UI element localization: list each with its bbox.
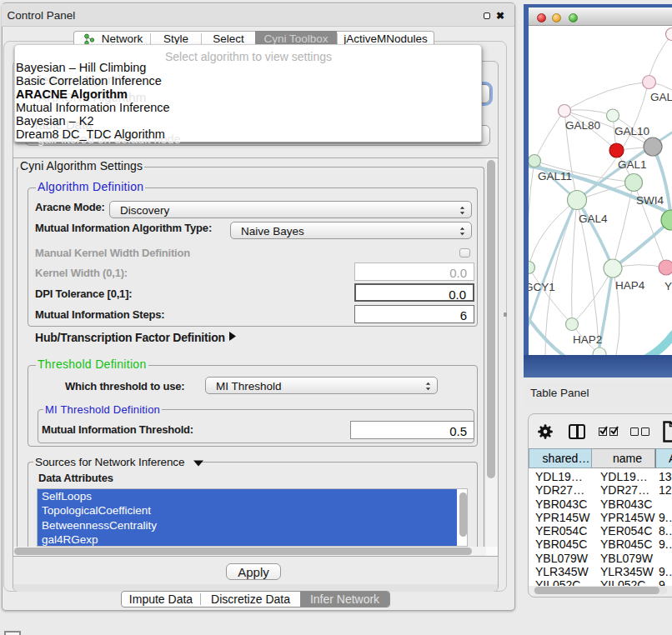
svg-text:GCY1: GCY1	[529, 281, 555, 293]
svg-text:HAP2: HAP2	[573, 333, 602, 346]
svg-text:YE: YE	[664, 280, 672, 292]
svg-text:HAP4: HAP4	[615, 279, 645, 292]
svg-text:GAL11: GAL11	[538, 170, 572, 182]
svg-text:SWI4: SWI4	[636, 194, 664, 207]
svg-text:GAL7: GAL7	[650, 91, 672, 103]
svg-text:GAL1: GAL1	[618, 158, 647, 171]
svg-text:GAL4: GAL4	[579, 212, 608, 225]
svg-text:GAL80: GAL80	[565, 119, 600, 132]
svg-text:GAL10: GAL10	[614, 125, 649, 138]
